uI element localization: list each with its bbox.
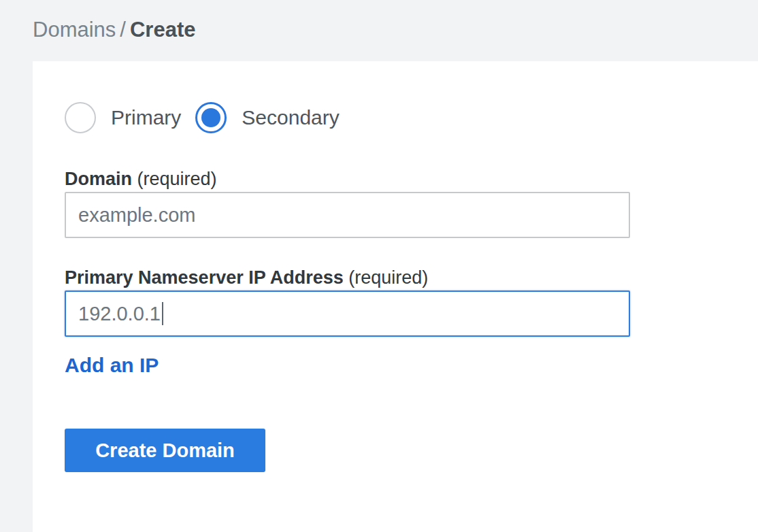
domain-type-radio-group: Primary Secondary <box>65 101 758 135</box>
breadcrumb-current: Create <box>130 18 196 41</box>
domain-required-note: (required) <box>137 169 217 189</box>
breadcrumb-domains-link[interactable]: Domains <box>33 18 116 41</box>
domain-label-text: Domain <box>65 169 132 189</box>
domain-input-wrap <box>65 192 630 238</box>
create-domain-card: Primary Secondary Domain (required) Prim… <box>33 61 758 532</box>
breadcrumb-separator: / <box>120 18 126 41</box>
primary-nameserver-ip-input[interactable] <box>65 290 630 337</box>
radio-option-primary[interactable]: Primary <box>65 102 181 133</box>
add-an-ip-link[interactable]: Add an IP <box>65 354 159 377</box>
radio-option-secondary[interactable]: Secondary <box>195 102 339 133</box>
radio-secondary-label: Secondary <box>242 106 339 129</box>
breadcrumb: Domains/Create <box>0 0 758 61</box>
domain-field-label: Domain (required) <box>65 167 758 190</box>
ip-field-label: Primary Nameserver IP Address (required) <box>65 266 758 289</box>
domain-input[interactable] <box>65 192 630 238</box>
ip-required-note: (required) <box>348 267 428 288</box>
radio-unselected-icon[interactable] <box>65 102 96 133</box>
page: Domains/Create Primary Secondary Domain … <box>0 0 758 532</box>
ip-label-text: Primary Nameserver IP Address <box>65 267 344 288</box>
radio-selected-icon[interactable] <box>195 102 227 133</box>
radio-dot <box>201 108 220 127</box>
radio-primary-label: Primary <box>111 106 181 129</box>
text-caret <box>162 302 163 325</box>
ip-input-wrap <box>65 290 630 337</box>
create-domain-button[interactable]: Create Domain <box>65 429 265 472</box>
